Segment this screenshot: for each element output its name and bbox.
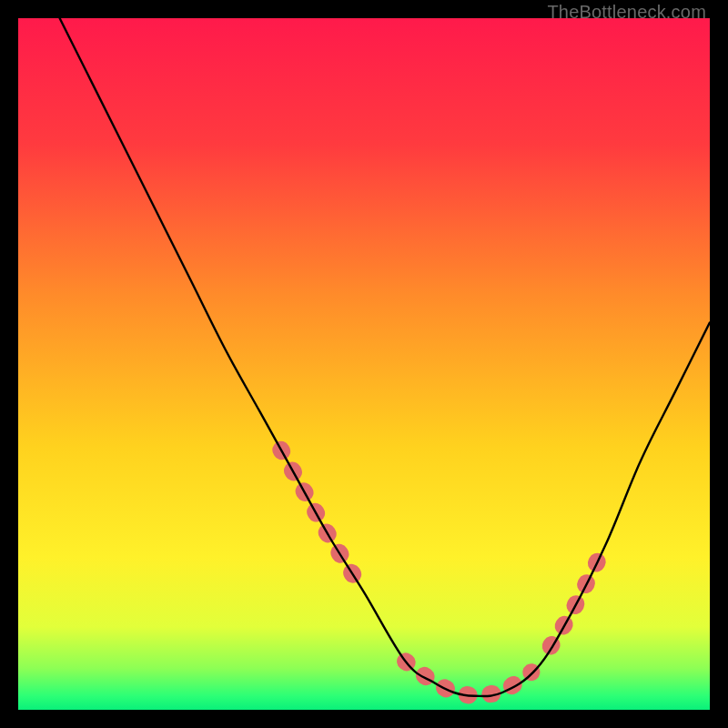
gradient-background bbox=[18, 18, 710, 710]
chart-frame bbox=[18, 18, 710, 710]
bottleneck-chart bbox=[18, 18, 710, 710]
watermark-text: TheBottleneck.com bbox=[547, 2, 706, 23]
